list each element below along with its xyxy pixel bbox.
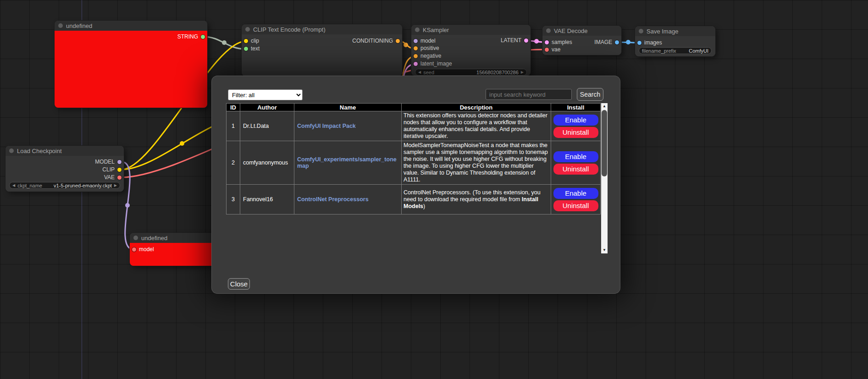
input-slot-vae[interactable]: vae bbox=[545, 47, 560, 52]
image-port-icon[interactable] bbox=[615, 40, 619, 44]
table-row: 1 Dr.Lt.Data ComfyUI Impact Pack This ex… bbox=[227, 111, 601, 141]
enable-button[interactable]: Enable bbox=[553, 188, 598, 199]
output-slot-latent[interactable]: LATENT bbox=[501, 38, 528, 43]
cell-name: ComfyUI Impact Pack bbox=[294, 111, 402, 141]
next-arrow-icon[interactable]: ▶ bbox=[114, 184, 117, 187]
clip-port-icon[interactable] bbox=[117, 168, 122, 172]
collapse-dot-icon[interactable] bbox=[9, 148, 14, 153]
table-row: 2 comfyanonymous ComfyUI_experiments/sam… bbox=[227, 141, 601, 185]
conditioning-port-icon[interactable] bbox=[414, 54, 418, 58]
node-title: undefined bbox=[66, 22, 92, 29]
extension-link[interactable]: ComfyUI Impact Pack bbox=[294, 123, 401, 129]
header-id: ID bbox=[227, 104, 240, 111]
input-slot-positive[interactable]: positive bbox=[414, 45, 439, 51]
node-clip-text-encode[interactable]: CLIP Text Encode (Prompt) clip text COND… bbox=[242, 24, 402, 76]
cell-author: Fannovel16 bbox=[240, 185, 294, 214]
uninstall-button[interactable]: Uninstall bbox=[553, 127, 598, 138]
output-slot-string[interactable]: STRING bbox=[177, 34, 205, 39]
node-header[interactable]: VAE Decode bbox=[542, 26, 621, 36]
collapse-dot-icon[interactable] bbox=[58, 23, 63, 28]
link-string bbox=[203, 37, 245, 49]
node-title: CLIP Text Encode (Prompt) bbox=[253, 26, 326, 33]
input-slot-images[interactable]: images bbox=[637, 40, 662, 45]
increment-arrow-icon[interactable]: ▶ bbox=[521, 71, 524, 74]
node-load-checkpoint[interactable]: Load Checkpoint MODEL CLIP VAE ◀ ckpt_na… bbox=[6, 146, 124, 192]
node-undefined-top[interactable]: undefined STRING bbox=[55, 21, 207, 108]
link-dot-latent bbox=[534, 39, 539, 44]
string-port-icon[interactable] bbox=[201, 35, 205, 39]
prev-arrow-icon[interactable]: ◀ bbox=[12, 184, 15, 187]
output-slot-model[interactable]: MODEL bbox=[95, 159, 122, 165]
node-title: KSampler bbox=[423, 27, 449, 33]
node-save-image[interactable]: Save Image images filename_prefix ComfyU… bbox=[635, 26, 715, 56]
node-header[interactable]: Load Checkpoint bbox=[6, 146, 124, 156]
latent-port-icon[interactable] bbox=[524, 38, 528, 43]
latent-port-icon[interactable] bbox=[414, 62, 418, 66]
cell-name: ControlNet Preprocessors bbox=[294, 185, 402, 214]
output-slot-conditioning[interactable]: CONDITIONING bbox=[352, 38, 400, 44]
input-slot-model[interactable]: model bbox=[132, 247, 154, 252]
model-port-icon[interactable] bbox=[117, 160, 122, 164]
node-vae-decode[interactable]: VAE Decode samples vae IMAGE bbox=[542, 26, 621, 55]
model-port-icon[interactable] bbox=[132, 247, 136, 252]
search-button[interactable]: Search bbox=[577, 88, 603, 101]
input-slot-text[interactable]: text bbox=[244, 46, 260, 51]
node-header[interactable]: CLIP Text Encode (Prompt) bbox=[242, 24, 402, 34]
collapse-dot-icon[interactable] bbox=[415, 27, 420, 32]
node-header[interactable]: KSampler bbox=[411, 25, 531, 35]
decrement-arrow-icon[interactable]: ◀ bbox=[418, 71, 421, 74]
manager-dialog: Filter: all Search ID Author Name Descri… bbox=[212, 76, 620, 293]
node-header[interactable]: undefined bbox=[55, 21, 207, 31]
output-slot-clip[interactable]: CLIP bbox=[102, 167, 122, 172]
enable-button[interactable]: Enable bbox=[553, 115, 598, 126]
link-dot-string bbox=[222, 40, 227, 45]
output-slot-vae[interactable]: VAE bbox=[104, 175, 122, 180]
search-input[interactable] bbox=[486, 89, 572, 100]
input-slot-latent-image[interactable]: latent_image bbox=[414, 61, 452, 66]
model-port-icon[interactable] bbox=[414, 39, 418, 43]
scrollbar-down-arrow-icon[interactable]: ▼ bbox=[601, 247, 608, 253]
seed-widget[interactable]: ◀ seed 156680208700286 ▶ bbox=[415, 69, 527, 76]
scrollbar-thumb[interactable] bbox=[602, 110, 607, 176]
scrollbar-up-arrow-icon[interactable]: ▲ bbox=[601, 103, 608, 110]
input-slot-samples[interactable]: samples bbox=[545, 39, 572, 45]
output-slot-image[interactable]: IMAGE bbox=[594, 39, 619, 45]
collapse-dot-icon[interactable] bbox=[133, 236, 138, 240]
node-ksampler[interactable]: KSampler model positive negative latent_… bbox=[411, 25, 531, 76]
node-title: undefined bbox=[141, 235, 167, 242]
collapse-dot-icon[interactable] bbox=[639, 29, 643, 33]
clip-port-icon[interactable] bbox=[244, 39, 248, 43]
extensions-table-wrap: ID Author Name Description Install 1 Dr.… bbox=[226, 103, 601, 214]
link-dot-model bbox=[125, 203, 130, 208]
table-header-row: ID Author Name Description Install bbox=[227, 104, 601, 111]
vae-port-icon[interactable] bbox=[117, 176, 122, 180]
image-port-icon[interactable] bbox=[637, 41, 641, 45]
cell-id: 2 bbox=[227, 141, 240, 185]
link-dot-image bbox=[626, 40, 630, 44]
cell-install: Enable Uninstall bbox=[551, 141, 601, 185]
input-slot-negative[interactable]: negative bbox=[414, 53, 441, 59]
node-header[interactable]: Save Image bbox=[635, 26, 715, 36]
text-port-icon[interactable] bbox=[244, 47, 248, 51]
table-scrollbar[interactable]: ▲ ▼ bbox=[601, 103, 608, 253]
conditioning-port-icon[interactable] bbox=[414, 46, 418, 50]
collapse-dot-icon[interactable] bbox=[546, 28, 551, 33]
close-button[interactable]: Close bbox=[228, 278, 250, 290]
node-graph-canvas[interactable]: undefined STRING CLIP Text Encode (Promp… bbox=[0, 0, 868, 379]
latent-port-icon[interactable] bbox=[545, 40, 549, 44]
collapse-dot-icon[interactable] bbox=[245, 27, 250, 32]
conditioning-port-icon[interactable] bbox=[396, 39, 400, 43]
uninstall-button[interactable]: Uninstall bbox=[553, 200, 598, 211]
input-slot-clip[interactable]: clip bbox=[244, 38, 259, 44]
filename-prefix-widget[interactable]: filename_prefix ComfyUI bbox=[639, 47, 712, 54]
vae-port-icon[interactable] bbox=[545, 48, 549, 52]
extension-link[interactable]: ComfyUI_experiments/sampler_tonemap bbox=[294, 156, 401, 169]
cell-description: ControlNet Preprocessors. (To use this e… bbox=[402, 185, 551, 214]
ckpt-name-widget[interactable]: ◀ ckpt_name v1-5-pruned-emaonly.ckpt ▶ bbox=[9, 182, 120, 189]
filter-select[interactable]: Filter: all bbox=[228, 89, 303, 100]
uninstall-button[interactable]: Uninstall bbox=[553, 164, 598, 175]
extension-link[interactable]: ControlNet Preprocessors bbox=[294, 196, 401, 203]
enable-button[interactable]: Enable bbox=[553, 151, 598, 162]
input-slot-model[interactable]: model bbox=[414, 38, 436, 44]
header-name: Name bbox=[294, 104, 402, 111]
